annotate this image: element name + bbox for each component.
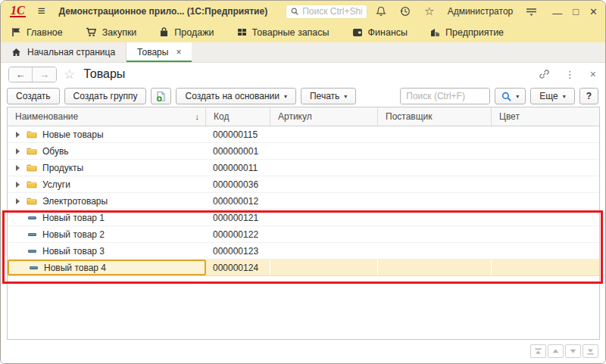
chevron-down-icon: ▾	[516, 93, 519, 100]
global-search[interactable]	[286, 5, 367, 19]
back-button[interactable]: ←	[9, 67, 33, 82]
item-icon	[26, 250, 38, 253]
expand-arrow-icon[interactable]	[14, 182, 21, 188]
help-button[interactable]: ?	[579, 88, 598, 104]
code-cell: 000000121	[206, 210, 270, 226]
service-menu-icon[interactable]	[525, 5, 537, 17]
search-icon	[291, 7, 298, 16]
code-cell: 000000122	[206, 226, 270, 242]
table-row-group[interactable]: Продукты 000000011	[8, 160, 599, 176]
item-name: Новый товар 2	[42, 229, 105, 240]
chevron-down-icon: ▾	[344, 93, 347, 100]
table-row-item[interactable]: Новый товар 3 000000123	[8, 243, 599, 260]
list-search-input[interactable]	[401, 89, 490, 104]
code-cell: 000000001	[206, 143, 270, 159]
menu-item-sales[interactable]: Продажи	[159, 27, 214, 38]
table-row-item[interactable]: Новый товар 2 000000122	[8, 226, 599, 243]
page-header: ← → ☆ Товары ⋮ ×	[1, 63, 605, 86]
add-to-favorites-star-icon[interactable]: ☆	[64, 67, 75, 82]
column-header-supplier[interactable]: Поставщик	[378, 107, 492, 126]
table-row-group[interactable]: Обувь 000000001	[8, 143, 599, 160]
minimize-button[interactable]: —	[552, 8, 562, 19]
maximize-button[interactable]: □	[573, 6, 579, 17]
column-header-color[interactable]: Цвет	[492, 107, 599, 126]
item-icon	[26, 233, 38, 236]
sort-descending-icon: ↓	[195, 112, 200, 121]
print-button[interactable]: Печать▾	[301, 88, 356, 104]
group-name: Продукты	[42, 163, 83, 173]
table-row-item-selected[interactable]: Новый товар 4 000000124	[8, 260, 599, 276]
get-link-icon[interactable]	[539, 69, 550, 79]
more-button[interactable]: Еще▾	[530, 88, 574, 104]
code-cell: 000000124	[206, 260, 270, 275]
expand-arrow-icon[interactable]	[14, 198, 21, 204]
chevron-down-icon: ▾	[284, 93, 287, 100]
copy-doc-icon	[155, 91, 167, 102]
menu-item-main[interactable]: Главное	[11, 27, 63, 38]
tab-goods[interactable]: Товары ×	[127, 42, 192, 62]
chevron-down-icon: ▾	[563, 93, 566, 100]
column-header-article[interactable]: Артикул	[270, 107, 378, 126]
grid-icon	[237, 27, 247, 37]
menu-item-enterprise[interactable]: Предприятие	[430, 27, 504, 38]
page-title: Товары	[83, 67, 125, 81]
folder-icon	[26, 197, 38, 205]
home-icon	[11, 48, 21, 57]
wallet-icon	[352, 28, 363, 37]
global-search-input[interactable]	[302, 6, 361, 17]
copy-item-button[interactable]	[151, 88, 171, 104]
enterprise-icon	[430, 27, 440, 37]
item-icon	[27, 266, 39, 269]
bag-icon	[159, 27, 169, 37]
code-cell: 000000012	[206, 193, 270, 209]
folder-icon	[26, 180, 38, 188]
close-window-button[interactable]: ✕	[589, 6, 598, 17]
expand-arrow-icon[interactable]	[14, 148, 21, 154]
list-toolbar: Создать Создать группу Создать на основа…	[1, 86, 605, 107]
more-actions-icon[interactable]: ⋮	[565, 69, 575, 80]
list-search-box[interactable]: ✕	[400, 88, 490, 104]
forward-button[interactable]: →	[33, 67, 56, 82]
code-cell: 000000115	[206, 126, 270, 142]
folder-icon	[26, 130, 38, 138]
menu-item-inventory[interactable]: Товарные запасы	[237, 27, 330, 38]
scroll-down-button[interactable]	[565, 344, 581, 358]
main-menu-hamburger-icon[interactable]: ≡	[38, 4, 45, 19]
group-name: Услуги	[42, 179, 70, 190]
expand-arrow-icon[interactable]	[14, 132, 21, 138]
table-row-group[interactable]: Услуги 000000036	[8, 176, 599, 193]
group-name: Электротовары	[42, 196, 108, 207]
create-based-on-button[interactable]: Создать на основании▾	[176, 88, 296, 104]
section-menu-bar: Главное Закупки Продажи Товарные запасы …	[1, 22, 605, 42]
close-form-icon[interactable]: ×	[590, 68, 596, 80]
column-header-name[interactable]: Наименование↓	[8, 107, 206, 126]
app-window: 1С ≡ Демонстрационное прило... (1С:Предп…	[0, 0, 606, 364]
notifications-bell-icon[interactable]	[375, 5, 387, 17]
form-content: ← → ☆ Товары ⋮ × Создать Создать группу …	[1, 63, 605, 363]
current-user[interactable]: Администратор	[448, 6, 514, 17]
scroll-up-button[interactable]	[548, 344, 564, 358]
tab-home[interactable]: Начальная страница	[1, 42, 127, 62]
menu-item-finance[interactable]: Финансы	[352, 27, 408, 38]
expand-arrow-icon[interactable]	[14, 165, 21, 171]
create-group-button[interactable]: Создать группу	[64, 88, 147, 104]
favorites-star-icon[interactable]: ☆	[423, 5, 436, 17]
code-cell: 000000123	[206, 243, 270, 259]
table-row-group[interactable]: Новые товары 000000115	[8, 126, 599, 143]
scroll-to-top-button[interactable]	[530, 344, 546, 358]
table-row-group[interactable]: Электротовары 000000012	[8, 193, 599, 210]
create-button[interactable]: Создать	[7, 88, 60, 104]
tab-close-icon[interactable]: ×	[176, 47, 181, 58]
flag-icon	[11, 27, 21, 37]
table-header-row: Наименование↓ Код Артикул Поставщик Цвет	[8, 107, 599, 126]
column-header-code[interactable]: Код	[206, 107, 270, 126]
table-row-item[interactable]: Новый товар 1 000000121	[8, 210, 599, 226]
list-scroll-nav	[530, 344, 598, 358]
history-icon[interactable]	[399, 5, 411, 17]
menu-item-purchases[interactable]: Закупки	[86, 27, 137, 38]
advanced-search-button[interactable]: ▾	[495, 88, 526, 104]
code-cell: 000000036	[206, 176, 270, 192]
folder-icon	[26, 147, 38, 155]
group-name: Обувь	[42, 146, 69, 157]
scroll-to-bottom-button[interactable]	[583, 344, 598, 358]
